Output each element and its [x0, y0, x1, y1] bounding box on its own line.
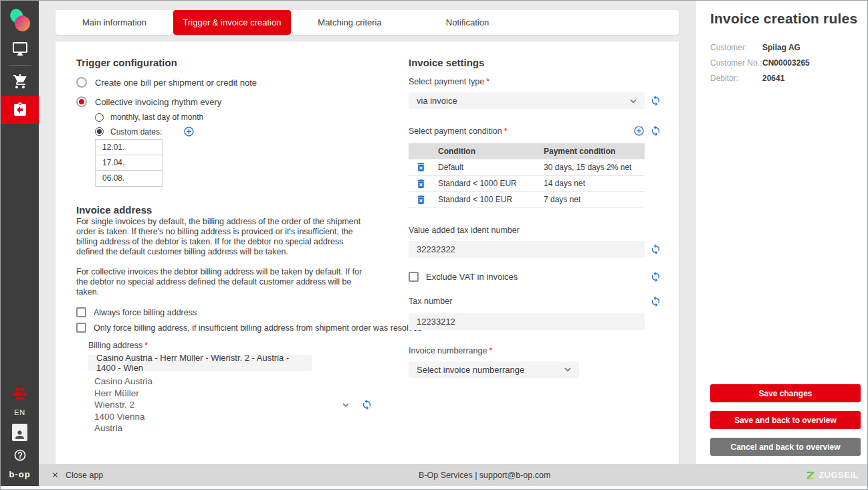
trigger-configuration-title: Trigger configuration: [76, 57, 376, 68]
radio-single-bill[interactable]: Create one bill per shipment or credit n…: [76, 77, 376, 88]
clipboard-return-icon: [12, 102, 28, 118]
tab-matching-criteria[interactable]: Matching criteria: [291, 10, 409, 35]
condition-name: Standard < 1000 EUR: [433, 175, 538, 191]
tab-trigger-invoice-creation[interactable]: Trigger & invoice creation: [173, 10, 291, 35]
add-date-button[interactable]: [183, 126, 195, 137]
condition-name: Default: [433, 159, 538, 175]
radio-single-bill-label: Create one bill per shipment or credit n…: [95, 78, 257, 88]
sidebar: EN b-op: [1, 1, 39, 486]
billing-address-input[interactable]: Casino Austria - Herr Müller - Wienstr. …: [88, 355, 312, 371]
delete-condition-button[interactable]: [415, 161, 427, 173]
cart-plus-icon: [12, 74, 28, 90]
exclude-vat-label: Exclude VAT in invoices: [426, 272, 518, 282]
cancel-and-back-button[interactable]: Cancel and back to overview: [710, 438, 861, 456]
tax-number-refresh-icon[interactable]: [650, 296, 661, 307]
zugseil-wordmark: ZUGSEIL: [819, 470, 859, 480]
vat-refresh-icon[interactable]: [650, 244, 661, 255]
checkbox-box[interactable]: [76, 323, 86, 333]
switch-customer-button[interactable]: [13, 386, 27, 401]
content-area: Main information Trigger & invoice creat…: [39, 1, 696, 464]
exclude-vat-checkbox[interactable]: Exclude VAT in invoices: [409, 272, 518, 282]
payment-type-select[interactable]: via invoice: [409, 92, 645, 109]
radio-monthly[interactable]: monthly, last day of month: [95, 112, 376, 122]
language-switch[interactable]: EN: [14, 408, 25, 416]
date-input[interactable]: 06.08.: [96, 171, 162, 186]
condition-terms: 7 days net: [538, 191, 645, 208]
payment-type-label: Select payment type*: [409, 77, 661, 86]
billing-address-label: Billing address*: [88, 341, 376, 350]
invoice-settings-title: Invoice settings: [409, 57, 661, 68]
numberrange-value: Select invoice numberrange: [417, 365, 524, 375]
payment-condition-refresh-icon[interactable]: [650, 125, 661, 137]
bop-wordmark: b-op: [9, 469, 30, 481]
table-row: Default 30 days, 15 days 2% net: [409, 159, 645, 175]
payment-condition-label: Select payment condition*: [409, 127, 508, 136]
save-changes-button[interactable]: Save changes: [710, 384, 861, 402]
payment-condition-header: Select payment condition*: [409, 125, 661, 137]
close-app-button[interactable]: Close app: [51, 471, 103, 480]
sidebar-item-invoice-rules[interactable]: [1, 96, 39, 124]
checkbox-only-force[interactable]: Only force billing address, if insuffici…: [76, 323, 376, 333]
radio-circle[interactable]: [76, 77, 87, 88]
app-logo: [8, 7, 32, 35]
zugseil-z-icon: [806, 471, 815, 480]
users-icon: [13, 386, 27, 396]
window-bottom-strip: [1, 486, 867, 489]
sidebar-item-desktop[interactable]: [1, 35, 39, 63]
customer-label: Customer:: [710, 43, 762, 52]
date-input[interactable]: 17.04.: [96, 155, 162, 171]
delete-condition-button[interactable]: [415, 194, 427, 206]
condition-terms: 14 days net: [538, 175, 645, 191]
user-avatar[interactable]: [12, 424, 27, 441]
vat-ident-input[interactable]: 32232322: [409, 241, 645, 258]
address-line: Austria: [94, 422, 152, 434]
radio-custom-dates[interactable]: Custom dates:: [95, 126, 376, 137]
required-asterisk: *: [504, 127, 508, 136]
invoice-address-paragraph-2: For collective invoices the debtor billi…: [76, 267, 365, 297]
radio-custom-dates-label: Custom dates:: [110, 127, 162, 137]
chevron-down-icon: [627, 95, 639, 107]
delete-condition-button[interactable]: [415, 178, 427, 189]
add-condition-button[interactable]: [633, 125, 645, 137]
payment-type-refresh-icon[interactable]: [650, 95, 661, 106]
save-and-back-button[interactable]: Save and back to overview: [710, 411, 861, 429]
invoice-address-title: Invoice address: [76, 204, 376, 216]
address-line: Casino Austria: [94, 376, 152, 388]
exclude-vat-refresh-icon[interactable]: [650, 271, 661, 282]
monitor-icon: [12, 41, 28, 57]
numberrange-label: Invoice numberrange*: [409, 346, 661, 355]
customer-no-row: Customer No.: CN00003265: [710, 58, 861, 68]
radio-collective-rhythm[interactable]: Collective invoicing rhythm every: [76, 96, 376, 107]
footer-bar: Close app B-Op Services | support@b-op.c…: [39, 464, 867, 486]
app-window: EN b-op Main information Trigger & invoi…: [0, 0, 868, 490]
tab-main-information[interactable]: Main information: [56, 10, 173, 35]
checkbox-box[interactable]: [76, 307, 86, 317]
radio-circle[interactable]: [95, 113, 104, 122]
sidebar-bottom: EN b-op: [9, 386, 30, 486]
help-button[interactable]: [13, 448, 27, 462]
radio-collective-label: Collective invoicing rhythm every: [95, 97, 221, 107]
payment-condition-table: Condition Payment condition Default 30 d…: [409, 143, 645, 208]
tax-number-input[interactable]: 12233212: [409, 313, 645, 330]
checkbox-only-force-label: Only force billing address, if insuffici…: [94, 323, 422, 333]
tab-notification[interactable]: Notification: [409, 10, 526, 35]
tax-number-label: Tax number: [409, 297, 452, 306]
checkbox-box[interactable]: [409, 272, 419, 282]
sidebar-item-cart[interactable]: [1, 68, 39, 96]
close-app-label: Close app: [66, 471, 103, 480]
address-refresh-icon[interactable]: [361, 399, 372, 410]
invoice-address-paragraph-1: For single invoices by default, the bill…: [76, 217, 365, 257]
debitor-value: 20641: [762, 74, 784, 83]
address-expand-chevron-icon[interactable]: [340, 399, 352, 411]
checkbox-always-force[interactable]: Always force billing address: [76, 307, 376, 317]
required-asterisk: *: [486, 77, 490, 86]
swap-arrows-icon: [15, 396, 25, 401]
radio-circle-checked[interactable]: [95, 127, 104, 136]
address-line: Wienstr. 2: [94, 399, 152, 411]
page-title: Invoice creation rules: [710, 11, 861, 27]
payment-type-value: via invoice: [417, 96, 457, 106]
numberrange-select[interactable]: Select invoice numberrange: [409, 361, 579, 378]
debitor-label: Debitor:: [710, 74, 762, 83]
radio-circle-checked[interactable]: [76, 96, 87, 107]
date-input[interactable]: 12.01.: [96, 140, 162, 155]
